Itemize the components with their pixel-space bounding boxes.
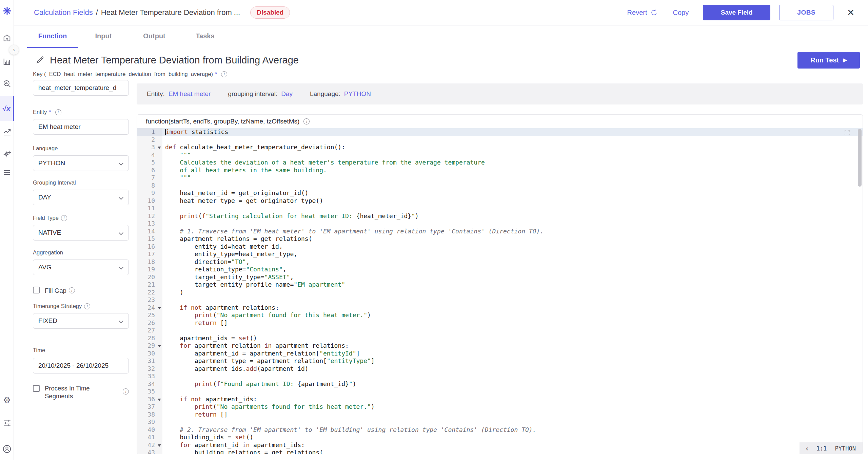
line-number[interactable]: 14 xyxy=(137,228,162,235)
line-number[interactable]: 7 xyxy=(137,174,162,182)
line-number[interactable]: 9 xyxy=(137,189,162,197)
code-line[interactable]: 32 apartment_ids.add(apartment_id) xyxy=(137,365,863,373)
code-line-content[interactable]: of all heat meters in the same building. xyxy=(162,167,863,174)
code-line-content[interactable]: print(f"Starting calculation for heat me… xyxy=(162,212,863,220)
language-select[interactable]: PYTHON xyxy=(33,155,129,171)
grouping-interval-select[interactable]: DAY xyxy=(33,190,129,205)
copy-button[interactable]: Copy xyxy=(673,9,689,17)
tab-input[interactable]: Input xyxy=(78,25,129,48)
code-line-content[interactable]: if not apartment_ids: xyxy=(162,396,863,403)
line-number[interactable]: 11 xyxy=(137,205,162,212)
code-line[interactable]: 9 heat_meter_id = get_originator_id() xyxy=(137,189,863,197)
sidebar-item-menu[interactable] xyxy=(0,164,14,181)
tab-tasks[interactable]: Tasks xyxy=(180,25,231,48)
code-line-content[interactable]: entity_id=heat_meter_id, xyxy=(162,243,863,251)
close-icon[interactable]: ✕ xyxy=(847,8,854,17)
code-line[interactable]: 17 entity_type=heat_meter_type, xyxy=(137,250,863,258)
code-line[interactable]: 21 target_entity_profile_name="EM apartm… xyxy=(137,281,863,289)
code-line[interactable]: 20 target_entity_type="ASSET", xyxy=(137,273,863,281)
line-number[interactable]: 38 xyxy=(137,411,162,419)
code-line-content[interactable] xyxy=(162,136,863,144)
line-number[interactable]: 6 xyxy=(137,167,162,174)
code-line-content[interactable]: print(f"Found apartment ID: {apartment_i… xyxy=(162,380,863,388)
code-line-content[interactable]: target_entity_type="ASSET", xyxy=(162,273,863,281)
save-field-button[interactable]: Save Field xyxy=(703,5,770,20)
code-line-content[interactable]: direction="TO", xyxy=(162,258,863,266)
code-line-content[interactable]: """ xyxy=(162,174,863,182)
code-line-content[interactable]: heat_meter_type = get_originator_type() xyxy=(162,197,863,205)
code-line-content[interactable]: building_ids = set() xyxy=(162,434,863,441)
code-line-content[interactable]: print("No apartment found for this heat … xyxy=(162,311,863,319)
code-line-content[interactable]: apartment_id = apartment_relation["entit… xyxy=(162,350,863,358)
sidebar-expand-button[interactable]: › xyxy=(9,45,19,55)
code-line-content[interactable]: for apartment_relation in apartment_rela… xyxy=(162,342,863,350)
app-logo-icon[interactable] xyxy=(2,6,12,16)
code-line[interactable]: 43 building_relations = get_relations( xyxy=(137,449,863,454)
code-line[interactable]: 11 xyxy=(137,205,863,212)
field-type-info-icon[interactable] xyxy=(61,215,67,221)
code-line[interactable]: 33 xyxy=(137,372,863,380)
fold-arrow-icon[interactable] xyxy=(158,345,161,347)
field-type-select[interactable]: NATIVE xyxy=(33,225,129,241)
line-number[interactable]: 36 xyxy=(137,396,162,403)
time-range-input[interactable] xyxy=(33,358,129,373)
fill-gap-info-icon[interactable] xyxy=(69,287,75,293)
line-number[interactable]: 3 xyxy=(137,143,162,151)
line-number[interactable]: 29 xyxy=(137,342,162,350)
code-line[interactable]: 34 print(f"Found apartment ID: {apartmen… xyxy=(137,380,863,388)
code-line-content[interactable] xyxy=(162,327,863,334)
fold-arrow-icon[interactable] xyxy=(158,444,161,447)
editor-scrollbar-thumb[interactable] xyxy=(858,129,862,187)
line-number[interactable]: 40 xyxy=(137,426,162,434)
code-line-content[interactable]: for apartment_id in apartment_ids: xyxy=(162,441,863,449)
code-line[interactable]: 23 xyxy=(137,296,863,304)
code-line[interactable]: 19 relation_type="Contains", xyxy=(137,266,863,273)
fold-arrow-icon[interactable] xyxy=(158,399,161,401)
entity-input[interactable] xyxy=(33,119,129,135)
code-line[interactable]: 38 return [] xyxy=(137,411,863,419)
tab-function[interactable]: Function xyxy=(27,25,78,48)
line-number[interactable]: 25 xyxy=(137,311,162,319)
code-line[interactable]: 12 print(f"Starting calculation for heat… xyxy=(137,212,863,220)
info-entity-value[interactable]: EM heat meter xyxy=(169,90,211,98)
code-line-content[interactable] xyxy=(162,182,863,190)
code-line[interactable]: 15 apartment_relations = get_relations( xyxy=(137,235,863,243)
code-line-content[interactable]: # 1. Traverse from 'EM heat meter' to 'E… xyxy=(162,228,863,235)
code-line-content[interactable]: print("No apartments found for this heat… xyxy=(162,403,863,411)
sidebar-item-dashboards[interactable] xyxy=(0,53,14,70)
code-line-content[interactable]: target_entity_profile_name="EM apartment… xyxy=(162,281,863,289)
sidebar-item-preferences[interactable] xyxy=(0,414,14,432)
line-number[interactable]: 39 xyxy=(137,418,162,426)
code-line[interactable]: 16 entity_id=heat_meter_id, xyxy=(137,243,863,251)
code-line[interactable]: 6 of all heat meters in the same buildin… xyxy=(137,167,863,174)
code-line[interactable]: 10 heat_meter_type = get_originator_type… xyxy=(137,197,863,205)
fold-arrow-icon[interactable] xyxy=(158,307,161,309)
line-number[interactable]: 31 xyxy=(137,357,162,365)
code-line-content[interactable]: import statistics xyxy=(162,128,863,136)
line-number[interactable]: 20 xyxy=(137,273,162,281)
key-input[interactable] xyxy=(33,80,129,96)
fold-arrow-icon[interactable] xyxy=(158,147,161,149)
code-line[interactable]: 4 """ xyxy=(137,151,863,159)
line-number[interactable]: 28 xyxy=(137,334,162,342)
revert-button[interactable]: Revert xyxy=(627,9,658,17)
line-number[interactable]: 10 xyxy=(137,197,162,205)
code-line[interactable]: 29 for apartment_relation in apartment_r… xyxy=(137,342,863,350)
entity-info-icon[interactable] xyxy=(55,109,61,115)
code-line[interactable]: 24 if not apartment_relations: xyxy=(137,304,863,312)
sidebar-item-explore[interactable] xyxy=(0,75,14,93)
fill-gap-checkbox[interactable] xyxy=(33,287,40,293)
line-number[interactable]: 8 xyxy=(137,182,162,190)
code-line[interactable]: 40 # 2. Traverse from 'EM apartment' to … xyxy=(137,426,863,434)
line-number[interactable]: 41 xyxy=(137,434,162,441)
line-number[interactable]: 5 xyxy=(137,159,162,167)
code-line-content[interactable]: # 2. Traverse from 'EM apartment' to 'EM… xyxy=(162,426,863,434)
code-line-content[interactable]: apartment_type = apartment_relation["ent… xyxy=(162,357,863,365)
line-number[interactable]: 21 xyxy=(137,281,162,289)
process-in-time-segments-checkbox[interactable] xyxy=(33,385,40,392)
breadcrumb-section-link[interactable]: Calculation Fields xyxy=(34,8,93,17)
status-collapse-icon[interactable]: ‹ xyxy=(805,445,809,453)
timerange-strategy-select[interactable]: FIXED xyxy=(33,313,129,329)
code-line-content[interactable]: relation_type="Contains", xyxy=(162,266,863,273)
line-number[interactable]: 35 xyxy=(137,388,162,396)
